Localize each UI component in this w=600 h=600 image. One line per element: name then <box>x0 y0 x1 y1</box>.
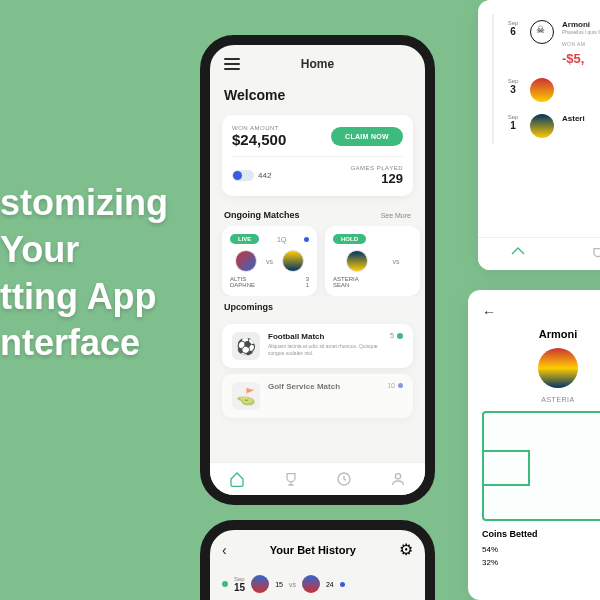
back-icon[interactable]: ← <box>482 304 496 320</box>
upcoming-count: 5 <box>390 332 394 339</box>
svg-point-1 <box>395 474 400 479</box>
team-score: 1 <box>306 282 309 288</box>
phone-home: Home Welcome WON AMOUNT $24,500 CLAIM NO… <box>200 35 435 505</box>
toggle-switch[interactable] <box>232 170 254 181</box>
team-logo <box>530 78 554 102</box>
match-card[interactable]: LIVE 1Q vs ALTIS3 DAPHNE1 <box>222 226 317 296</box>
history-icon[interactable] <box>336 471 352 487</box>
dot-icon <box>398 383 403 388</box>
team-sub: ASTERIA <box>482 396 600 403</box>
back-icon[interactable]: ‹ <box>222 542 227 558</box>
upcoming-desc: Aliquam lacinia et odio sit amet rhoncus… <box>268 343 382 356</box>
ts-day: 1 <box>504 120 522 131</box>
team-name: SEAN <box>333 282 349 288</box>
team-name: Armoni <box>482 328 600 340</box>
live-badge: LIVE <box>230 234 259 244</box>
phone-history: ‹ Your Bet History ⚙ Sep15 15 vs 24 Sean… <box>200 520 435 600</box>
timeline-card: Sep6 ☠ Armoni Phasellus l quis feu WON A… <box>478 0 600 270</box>
ts-sub: Phasellus l quis feu <box>562 29 600 35</box>
upcoming-title: Golf Service Match <box>268 382 379 391</box>
team-name: DAPHNE <box>230 282 255 288</box>
ts-amount: -$5, <box>562 51 600 66</box>
home-icon[interactable] <box>510 246 526 262</box>
trophy-icon[interactable] <box>590 246 600 262</box>
team-logo: ☠ <box>530 20 554 44</box>
home-icon[interactable] <box>229 471 245 487</box>
page-title: Home <box>301 57 334 71</box>
live-card: ← Li Armoni ASTERIA Coins Betted 54% 32% <box>468 290 600 600</box>
team-logo <box>302 575 320 593</box>
quarter-label: 1Q <box>277 236 286 243</box>
timeline-entry[interactable]: Sep3 <box>492 72 600 108</box>
ts-title: Armoni <box>562 20 600 29</box>
coins-title: Coins Betted <box>482 529 600 539</box>
hist-month: Sep <box>234 576 245 582</box>
claim-button[interactable]: CLAIM NOW <box>331 127 403 146</box>
dot-icon <box>304 237 309 242</box>
ts-title: Asteri <box>562 114 600 123</box>
hero-line: Your <box>0 227 168 274</box>
upcoming-title: Upcomings <box>224 302 273 312</box>
coin-pct: 54% <box>482 545 498 554</box>
match-card[interactable]: HOLD vs ASTERIA SEAN <box>325 226 420 296</box>
history-item[interactable]: Sep15 15 vs 24 <box>210 569 425 599</box>
welcome-heading: Welcome <box>210 83 425 107</box>
hero-line: stomizing <box>0 180 168 227</box>
hold-badge: HOLD <box>333 234 366 244</box>
ts-day: 3 <box>504 84 522 95</box>
won-amount: $24,500 <box>232 131 286 148</box>
profile-icon[interactable] <box>390 471 406 487</box>
dot-icon <box>340 582 345 587</box>
hero-line: tting App <box>0 274 168 321</box>
bottom-nav <box>210 462 425 495</box>
trophy-icon[interactable] <box>283 471 299 487</box>
ts-day: 6 <box>504 26 522 37</box>
won-card: WON AMOUNT $24,500 CLAIM NOW 442 GAMES P… <box>222 115 413 196</box>
vs-label: vs <box>393 258 400 265</box>
hist-score: 24 <box>326 581 334 588</box>
dot-icon <box>222 581 228 587</box>
team-logo <box>282 250 304 272</box>
upcoming-count: 10 <box>387 382 395 389</box>
team-logo <box>251 575 269 593</box>
team-logo <box>538 348 578 388</box>
team-logo <box>530 114 554 138</box>
vs-label: vs <box>266 258 273 265</box>
menu-icon[interactable] <box>224 55 240 73</box>
games-value: 129 <box>350 171 403 186</box>
ts-amt-label: WON AM <box>562 41 600 47</box>
settings-icon[interactable]: ⚙ <box>399 540 413 559</box>
coin-pct: 32% <box>482 558 498 567</box>
upcoming-item[interactable]: ⚽ Football Match Aliquam lacinia et odio… <box>222 324 413 368</box>
upcoming-item[interactable]: ⛳ Golf Service Match 10 <box>222 374 413 418</box>
hist-score: 15 <box>275 581 283 588</box>
ongoing-title: Ongoing Matches <box>224 210 300 220</box>
upcoming-title: Football Match <box>268 332 382 341</box>
hero-line: nterface <box>0 320 168 367</box>
timeline-entry[interactable]: Sep6 ☠ Armoni Phasellus l quis feu WON A… <box>492 14 600 72</box>
see-more-link[interactable]: See More <box>381 212 411 219</box>
vs-label: vs <box>289 581 296 588</box>
timeline-entry[interactable]: Sep1 Asteri <box>492 108 600 144</box>
hist-day: 15 <box>234 582 245 593</box>
dot-icon <box>397 333 403 339</box>
toggle-value: 442 <box>258 171 271 180</box>
field-diagram <box>482 411 600 521</box>
team-logo <box>346 250 368 272</box>
team-logo <box>235 250 257 272</box>
page-title: Your Bet History <box>270 544 356 556</box>
football-icon: ⚽ <box>232 332 260 360</box>
golf-icon: ⛳ <box>232 382 260 410</box>
